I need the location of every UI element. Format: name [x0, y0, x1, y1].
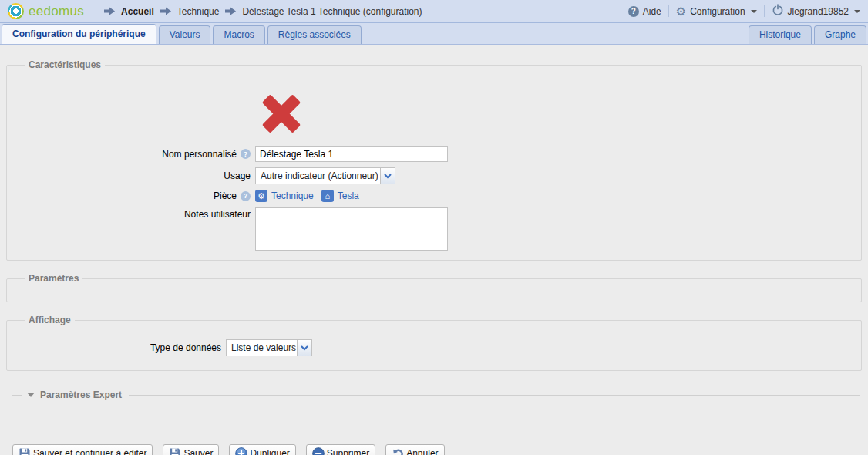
expert-dash: [12, 395, 22, 396]
section-parametres: Paramètres: [6, 273, 862, 302]
tab-label: Configuration du périphérique: [12, 29, 146, 39]
tab-label: Valeurs: [170, 29, 200, 40]
button-label: Supprimer: [327, 448, 369, 455]
save-icon: [19, 447, 31, 455]
breadcrumb-accueil[interactable]: Accueil: [121, 6, 154, 17]
section-affichage: Affichage Type de données Liste de valeu…: [6, 315, 862, 371]
usage-select-value: Autre indicateur (Actionneur): [255, 167, 381, 184]
type-donnees-label-wrap: Type de données: [15, 342, 221, 353]
tab-label: Règles associées: [278, 29, 351, 40]
form-row-usage: Usage Autre indicateur (Actionneur): [15, 167, 853, 184]
notes-utilisateur-textarea[interactable]: [255, 207, 448, 251]
cancel-button[interactable]: Annuler: [385, 444, 444, 455]
eedomus-logo[interactable]: eedomus: [8, 3, 84, 19]
piece-links: ⚙ Technique ⌂ Tesla: [255, 190, 363, 202]
tesla-room-link[interactable]: Tesla: [338, 190, 359, 201]
device-error-cross-icon: [263, 95, 300, 132]
triangle-down-icon: [27, 393, 35, 397]
notes-label-wrap: Notes utilisateur: [15, 207, 251, 220]
usage-select[interactable]: Autre indicateur (Actionneur): [255, 167, 395, 184]
tab-label: Graphe: [825, 29, 856, 40]
save-button[interactable]: Sauver: [163, 444, 219, 455]
breadcrumb-arrow-icon: [225, 7, 236, 15]
breadcrumb-arrow-icon: [160, 7, 171, 15]
header-separator: [668, 5, 669, 17]
breadcrumb-current-page: Délestage Tesla 1 Technique (configurati…: [242, 6, 422, 17]
nom-label-wrap: Nom personnalisé ?: [15, 149, 251, 160]
form-row-notes: Notes utilisateur: [15, 207, 853, 251]
chevron-down-icon[interactable]: [298, 339, 312, 356]
save-and-continue-button[interactable]: Sauver et continuer à éditer: [12, 444, 153, 455]
button-label: Dupliquer: [250, 448, 289, 455]
form-row-type-donnees: Type de données Liste de valeurs: [15, 339, 853, 356]
aide-button[interactable]: ? Aide: [628, 6, 661, 17]
chevron-down-icon[interactable]: [381, 167, 395, 184]
nom-label: Nom personnalisé: [162, 149, 237, 160]
tab-macros[interactable]: Macros: [213, 25, 264, 44]
duplicate-button[interactable]: Dupliquer: [229, 444, 295, 455]
breadcrumb-arrow-icon: [104, 7, 115, 15]
tab-valeurs[interactable]: Valeurs: [159, 25, 211, 44]
usage-label: Usage: [224, 170, 251, 181]
tesla-house-icon: ⌂: [321, 190, 334, 202]
help-icon[interactable]: ?: [241, 191, 251, 201]
form-row-nom: Nom personnalisé ?: [15, 146, 853, 162]
undo-arrow-icon: [392, 447, 404, 455]
tab-regles-associees[interactable]: Règles associées: [267, 25, 362, 44]
top-header: eedomus Accueil Technique Délestage Tesl…: [0, 0, 868, 23]
save-icon: [169, 447, 181, 455]
button-label: Annuler: [406, 448, 438, 455]
notes-label: Notes utilisateur: [184, 209, 251, 220]
footer-toolbar: Sauver et continuer à éditer Sauver Dupl…: [6, 444, 862, 455]
technique-room-icon: ⚙: [255, 190, 267, 202]
tab-historique[interactable]: Historique: [749, 25, 812, 44]
expert-line: [129, 395, 860, 396]
eedomus-logo-text: eedomus: [29, 4, 84, 19]
nom-personnalise-input[interactable]: [255, 146, 448, 162]
header-separator: [764, 5, 765, 17]
tab-bar: Configuration du périphérique Valeurs Ma…: [0, 23, 868, 44]
type-donnees-label: Type de données: [150, 342, 221, 353]
button-label: Sauver: [183, 448, 213, 455]
delete-button[interactable]: Supprimer: [306, 444, 375, 455]
form-row-piece: Pièce ? ⚙ Technique ⌂ Tesla: [15, 190, 853, 202]
plus-circle-icon: [235, 447, 247, 455]
eedomus-logo-icon: [8, 3, 24, 19]
expert-label: Paramètres Expert: [40, 389, 122, 400]
gear-icon: ⚙: [676, 6, 686, 17]
button-label: Sauver et continuer à éditer: [33, 448, 146, 455]
piece-label: Pièce: [214, 190, 237, 201]
help-circle-icon: ?: [628, 6, 639, 17]
breadcrumb: Accueil Technique Délestage Tesla 1 Tech…: [104, 6, 422, 17]
type-donnees-select-value: Liste de valeurs: [226, 339, 298, 356]
aide-label: Aide: [643, 6, 661, 17]
user-menu[interactable]: Jlegrand19852: [772, 4, 860, 19]
minus-circle-icon: [312, 447, 325, 455]
piece-label-wrap: Pièce ?: [15, 190, 251, 201]
chevron-down-icon: [751, 10, 757, 13]
affichage-legend: Affichage: [25, 315, 75, 325]
chevron-down-icon: [854, 10, 860, 13]
caracteristiques-legend: Caractéristiques: [25, 59, 105, 70]
usage-label-wrap: Usage: [15, 170, 251, 181]
breadcrumb-technique[interactable]: Technique: [177, 6, 220, 17]
tab-configuration-du-peripherique[interactable]: Configuration du périphérique: [2, 24, 156, 44]
configuration-label: Configuration: [690, 6, 745, 17]
header-actions: ? Aide ⚙ Configuration Jlegrand19852: [628, 4, 860, 19]
power-icon: [772, 4, 784, 19]
type-donnees-select[interactable]: Liste de valeurs: [226, 339, 312, 356]
section-caracteristiques: Caractéristiques Nom personnalisé ? Usag…: [6, 59, 862, 261]
tab-label: Macros: [224, 29, 254, 40]
main-content: Caractéristiques Nom personnalisé ? Usag…: [0, 46, 868, 455]
tab-label: Historique: [759, 29, 801, 40]
tab-graphe[interactable]: Graphe: [814, 25, 866, 44]
parametres-legend: Paramètres: [25, 273, 82, 284]
username-label: Jlegrand19852: [788, 6, 849, 17]
parametres-expert-toggle[interactable]: Paramètres Expert: [12, 389, 862, 400]
configuration-menu[interactable]: ⚙ Configuration: [676, 6, 757, 17]
technique-room-link[interactable]: Technique: [271, 190, 314, 201]
help-icon[interactable]: ?: [241, 149, 251, 159]
